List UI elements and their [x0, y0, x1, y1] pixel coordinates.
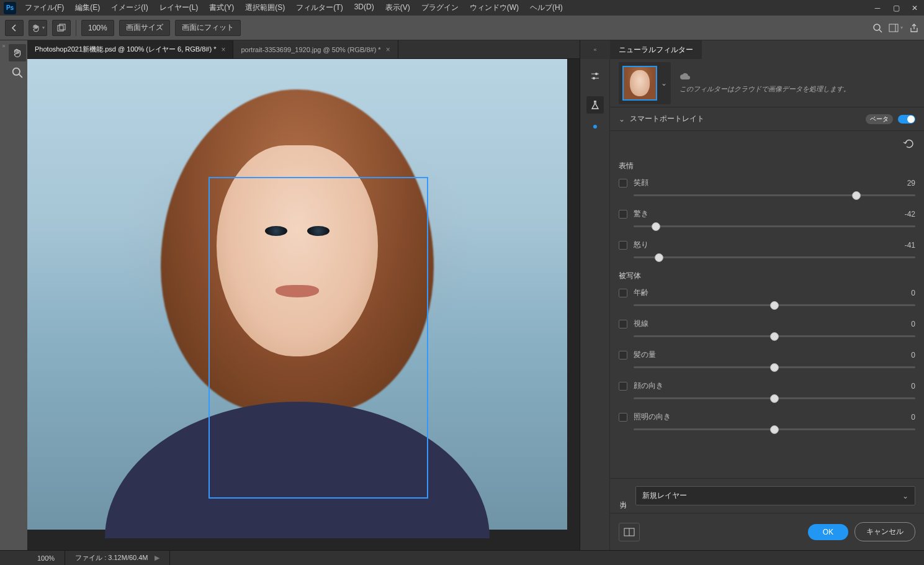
output-value: 新規レイヤー: [642, 490, 687, 501]
sliders-icon: [590, 71, 600, 81]
svg-point-11: [593, 77, 595, 79]
hand-icon: [12, 47, 23, 58]
scroll-all-windows-button[interactable]: [52, 20, 71, 36]
hand-tool-option[interactable]: ▾: [29, 20, 47, 36]
svg-point-6: [13, 68, 20, 75]
slider-thumb[interactable]: [655, 253, 663, 262]
slider-track[interactable]: [634, 194, 915, 196]
face-thumb-dropdown[interactable]: ⌄: [619, 62, 671, 104]
left-collapse-strip[interactable]: »: [0, 40, 7, 550]
document-tab-bar: Photoshop2021新機能.psd @ 100% (レイヤー 6, RGB…: [27, 40, 580, 59]
slider-label: 年齢: [634, 287, 648, 298]
filter-enable-toggle[interactable]: [898, 115, 915, 124]
output-select[interactable]: 新規レイヤー ⌄: [635, 486, 915, 505]
filters-beta-icon[interactable]: [586, 96, 604, 114]
slider-thumb[interactable]: [770, 332, 779, 341]
search-icon[interactable]: [872, 23, 882, 33]
close-icon[interactable]: ×: [221, 45, 225, 54]
maximize-button[interactable]: ▢: [887, 0, 905, 16]
status-bar: 100% ファイル : 3.12M/60.4M ▶: [0, 550, 924, 565]
chevron-down-icon[interactable]: ⌄: [619, 115, 625, 124]
canvas-viewport[interactable]: [27, 59, 580, 550]
slider-track[interactable]: [634, 428, 915, 430]
workspace-switcher[interactable]: ▾: [889, 24, 903, 32]
menu-file[interactable]: ファイル(F): [20, 0, 69, 16]
slider-value: -41: [900, 241, 915, 250]
cancel-button[interactable]: キャンセル: [854, 522, 915, 541]
menu-edit[interactable]: 編集(E): [70, 0, 105, 16]
panel-title[interactable]: ニューラルフィルター: [610, 40, 702, 59]
svg-point-9: [595, 73, 598, 75]
slider-label: 照明の向き: [634, 412, 671, 422]
minimize-button[interactable]: ─: [868, 0, 887, 16]
svg-rect-1: [60, 24, 65, 30]
zoom-tool[interactable]: [9, 64, 26, 81]
fit-on-screen-button[interactable]: 画面にフィット: [175, 20, 241, 36]
panel-collapse[interactable]: «: [580, 40, 610, 59]
app-logo: Ps: [4, 2, 16, 14]
zoom-level-field[interactable]: 100%: [81, 20, 114, 36]
slider-track[interactable]: [634, 397, 915, 399]
slider-track[interactable]: [634, 256, 915, 258]
home-back-button[interactable]: [5, 20, 24, 36]
slider-value: 0: [900, 413, 915, 422]
slider-checkbox[interactable]: [619, 351, 627, 359]
chevron-down-icon: ⌄: [661, 79, 667, 88]
menu-filter[interactable]: フィルター(T): [291, 0, 348, 16]
slider-thumb[interactable]: [770, 394, 779, 403]
menu-layer[interactable]: レイヤー(L): [155, 0, 204, 16]
menu-image[interactable]: イメージ(I): [106, 0, 153, 16]
document-tab[interactable]: Photoshop2021新機能.psd @ 100% (レイヤー 6, RGB…: [27, 40, 233, 58]
status-doc-size[interactable]: ファイル : 3.12M/60.4M ▶: [65, 551, 169, 565]
document-area: Photoshop2021新機能.psd @ 100% (レイヤー 6, RGB…: [27, 40, 580, 550]
canvas[interactable]: [27, 59, 567, 530]
menu-select[interactable]: 選択範囲(S): [240, 0, 290, 16]
slider-thumb[interactable]: [770, 425, 779, 434]
menu-plugins[interactable]: プラグイン: [416, 0, 464, 16]
share-icon[interactable]: [909, 23, 919, 33]
sliders-area[interactable]: 表情笑顔29驚き-42怒り-41被写体年齢0視線0髪の量0顔の向き0照明の向き0: [610, 151, 924, 478]
tab-label: portrait-3353699_1920.jpg @ 50% (RGB/8#)…: [241, 46, 380, 53]
slider-thumb[interactable]: [770, 301, 779, 310]
close-button[interactable]: ✕: [905, 0, 924, 16]
undo-icon: [903, 138, 915, 148]
slider-label: 髪の量: [634, 350, 656, 360]
svg-line-3: [879, 30, 882, 32]
slider-track[interactable]: [634, 335, 915, 337]
slider-checkbox[interactable]: [619, 289, 627, 297]
slider-label: 顔の向き: [634, 381, 663, 391]
slider-checkbox[interactable]: [619, 320, 627, 328]
document-tab[interactable]: portrait-3353699_1920.jpg @ 50% (RGB/8#)…: [233, 40, 398, 58]
ok-button[interactable]: OK: [808, 524, 848, 540]
slider-track[interactable]: [634, 304, 915, 306]
slider-checkbox[interactable]: [619, 382, 627, 391]
status-zoom[interactable]: 100%: [27, 551, 65, 565]
tab-label: Photoshop2021新機能.psd @ 100% (レイヤー 6, RGB…: [35, 45, 216, 54]
hand-tool[interactable]: [9, 44, 26, 61]
fit-screen-button[interactable]: 画面サイズ: [119, 20, 170, 36]
menu-window[interactable]: ウィンドウ(W): [465, 0, 524, 16]
slider-track[interactable]: [634, 366, 915, 368]
slider-checkbox[interactable]: [619, 210, 627, 219]
menu-help[interactable]: ヘルプ(H): [525, 0, 568, 16]
slider-checkbox[interactable]: [619, 241, 627, 250]
slider-thumb[interactable]: [852, 191, 861, 200]
menu-type[interactable]: 書式(Y): [204, 0, 239, 16]
close-icon[interactable]: ×: [386, 45, 390, 54]
preview-toggle-button[interactable]: [619, 523, 640, 541]
magnifier-icon: [12, 67, 23, 78]
slider-checkbox[interactable]: [619, 179, 627, 188]
slider-row: 髪の量0: [619, 350, 915, 368]
reset-button[interactable]: [903, 138, 915, 148]
slider-thumb[interactable]: [770, 363, 779, 372]
slider-thumb[interactable]: [652, 222, 660, 231]
menu-view[interactable]: 表示(V): [380, 0, 415, 16]
menu-3d[interactable]: 3D(D): [349, 0, 379, 16]
filters-all-icon[interactable]: [586, 68, 604, 85]
slider-value: 0: [900, 289, 915, 297]
titlebar: Ps ファイル(F) 編集(E) イメージ(I) レイヤー(L) 書式(Y) 選…: [0, 0, 924, 16]
slider-track[interactable]: [634, 225, 915, 227]
slider-row: 年齢0: [619, 287, 915, 306]
slider-label: 笑顔: [634, 178, 648, 188]
slider-checkbox[interactable]: [619, 413, 627, 422]
